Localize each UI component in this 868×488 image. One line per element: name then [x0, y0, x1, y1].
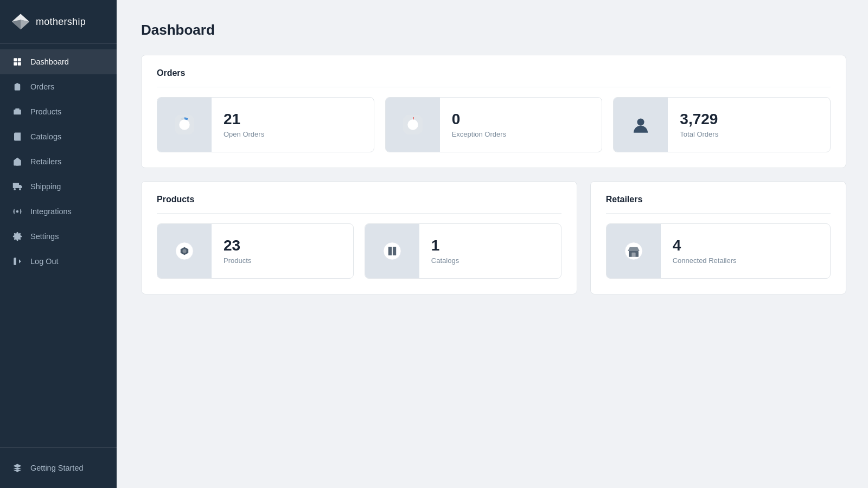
- settings-icon: [12, 231, 23, 242]
- products-retailers-row: Products 23 Products: [141, 181, 846, 307]
- connected-retailers-info: 4 Connected Retailers: [661, 228, 749, 275]
- sidebar: mothership Dashboard Orders Products: [0, 0, 117, 488]
- svg-point-19: [384, 242, 401, 260]
- exception-orders-number: 0: [452, 111, 506, 128]
- svg-rect-0: [14, 58, 17, 61]
- total-orders-card[interactable]: 3,729 Total Orders: [613, 97, 831, 152]
- products-icon: [12, 106, 23, 117]
- sidebar-item-getting-started[interactable]: Getting Started: [0, 455, 117, 480]
- exception-orders-card[interactable]: 0 Exception Orders: [385, 97, 603, 152]
- connected-retailers-label: Connected Retailers: [673, 256, 737, 265]
- sidebar-item-catalogs[interactable]: Catalogs: [0, 124, 117, 149]
- svg-rect-21: [393, 247, 396, 255]
- sidebar-item-dashboard[interactable]: Dashboard: [0, 49, 117, 74]
- svg-rect-1: [18, 58, 21, 61]
- sidebar-item-label: Retailers: [30, 157, 61, 166]
- svg-point-18: [182, 249, 186, 253]
- products-count-card[interactable]: 23 Products: [157, 223, 354, 279]
- logo-icon: [11, 12, 30, 31]
- retailers-icon: [12, 156, 23, 167]
- sidebar-item-retailers[interactable]: Retailers: [0, 149, 117, 174]
- catalogs-count-label: Catalogs: [431, 256, 459, 265]
- total-orders-number: 3,729: [680, 111, 718, 128]
- getting-started-icon: [12, 463, 23, 473]
- page-title: Dashboard: [141, 22, 846, 38]
- svg-rect-3: [18, 62, 21, 66]
- svg-point-15: [407, 119, 418, 130]
- sidebar-item-settings[interactable]: Settings: [0, 224, 117, 249]
- sidebar-item-label: Catalogs: [30, 132, 61, 141]
- sidebar-item-label: Settings: [30, 232, 59, 241]
- sidebar-item-label: Dashboard: [30, 57, 69, 66]
- orders-section: Orders 21: [141, 55, 846, 168]
- orders-icon: [12, 81, 23, 92]
- products-count-label: Products: [224, 256, 251, 265]
- total-orders-info: 3,729 Total Orders: [668, 101, 730, 149]
- products-count-number: 23: [224, 237, 251, 254]
- logo[interactable]: mothership: [0, 0, 117, 44]
- connected-retailers-card[interactable]: 4 Connected Retailers: [606, 223, 831, 279]
- open-orders-label: Open Orders: [224, 130, 264, 138]
- sidebar-item-label: Getting Started: [30, 464, 84, 472]
- catalogs-icon: [12, 131, 23, 142]
- products-icon-box: [157, 224, 212, 278]
- svg-point-16: [637, 119, 644, 126]
- open-orders-number: 21: [224, 111, 264, 128]
- svg-point-6: [19, 188, 21, 190]
- open-orders-icon-box: [157, 98, 212, 152]
- connected-retailers-icon-box: [607, 224, 661, 278]
- sidebar-item-logout[interactable]: Log Out: [0, 249, 117, 274]
- svg-point-5: [14, 188, 16, 190]
- sidebar-item-label: Shipping: [30, 182, 61, 191]
- catalogs-icon-box: [365, 224, 419, 278]
- sidebar-item-label: Log Out: [30, 257, 59, 266]
- svg-point-12: [179, 119, 189, 130]
- products-section-title: Products: [157, 195, 561, 214]
- orders-section-title: Orders: [157, 68, 831, 87]
- exception-orders-icon-box: [386, 98, 440, 152]
- logout-icon: [12, 256, 23, 267]
- sidebar-item-label: Integrations: [30, 207, 72, 216]
- svg-rect-20: [388, 247, 392, 255]
- sidebar-bottom: Getting Started: [0, 447, 117, 488]
- total-orders-label: Total Orders: [680, 130, 718, 138]
- svg-rect-24: [631, 253, 635, 257]
- retailers-section-title: Retailers: [606, 195, 831, 214]
- sidebar-item-orders[interactable]: Orders: [0, 74, 117, 99]
- products-stats-row: 23 Products 1: [157, 223, 561, 279]
- products-count-info: 23 Products: [212, 228, 263, 275]
- catalogs-count-card[interactable]: 1 Catalogs: [365, 223, 561, 279]
- retailers-stats-row: 4 Connected Retailers: [606, 223, 831, 279]
- app-name: mothership: [36, 16, 86, 28]
- open-orders-info: 21 Open Orders: [212, 101, 276, 149]
- main-content: Dashboard Orders: [117, 0, 868, 488]
- svg-point-7: [16, 210, 19, 213]
- svg-rect-2: [14, 62, 17, 66]
- sidebar-nav: Dashboard Orders Products Catalogs: [0, 44, 117, 447]
- shipping-icon: [12, 181, 23, 192]
- total-orders-icon-box: [614, 98, 668, 152]
- exception-orders-label: Exception Orders: [452, 130, 506, 138]
- sidebar-item-integrations[interactable]: Integrations: [0, 199, 117, 224]
- sidebar-item-label: Products: [30, 107, 61, 116]
- exception-orders-info: 0 Exception Orders: [440, 101, 518, 149]
- orders-stats-row: 21 Open Orders 0 Exceptio: [157, 97, 831, 152]
- sidebar-item-shipping[interactable]: Shipping: [0, 174, 117, 199]
- svg-rect-4: [13, 183, 19, 188]
- products-section: Products 23 Products: [141, 181, 577, 294]
- sidebar-item-products[interactable]: Products: [0, 99, 117, 124]
- dashboard-icon: [12, 56, 23, 67]
- sidebar-item-label: Orders: [30, 82, 54, 91]
- connected-retailers-number: 4: [673, 237, 737, 254]
- retailers-section: Retailers 4 Conn: [590, 181, 846, 294]
- catalogs-count-number: 1: [431, 237, 459, 254]
- integrations-icon: [12, 206, 23, 217]
- catalogs-count-info: 1 Catalogs: [419, 228, 471, 275]
- open-orders-card[interactable]: 21 Open Orders: [157, 97, 374, 152]
